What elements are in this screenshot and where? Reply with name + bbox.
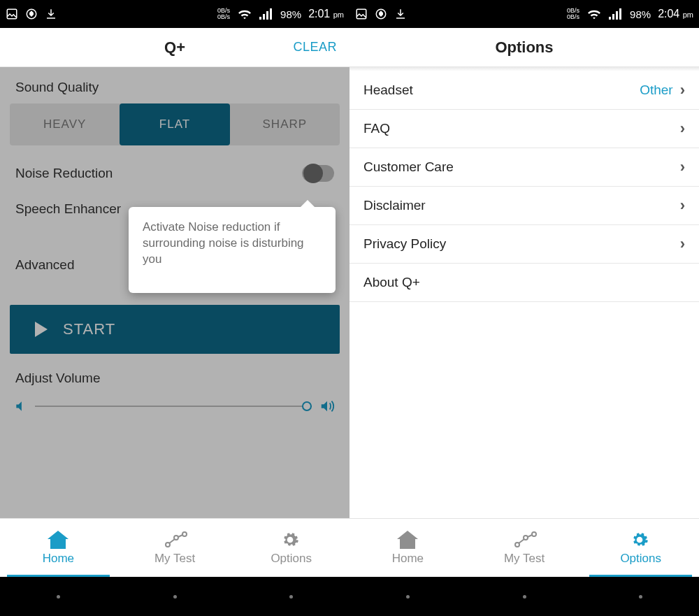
wifi-icon	[586, 8, 602, 20]
chevron-right-icon: ›	[680, 196, 685, 215]
battery-percent: 98%	[630, 8, 651, 20]
option-label: About Q+	[363, 275, 420, 290]
nav-home[interactable]	[117, 577, 233, 616]
right-screen: 0B/s0B/s 98% 2:04 pm Options Headset Oth…	[350, 0, 699, 577]
bottom-tabs-right: Home My Test Options	[350, 518, 699, 577]
option-label: Privacy Policy	[363, 236, 446, 252]
tab-home[interactable]: Home	[350, 519, 466, 577]
mytest-icon	[164, 531, 185, 549]
svg-point-8	[182, 532, 187, 536]
option-about[interactable]: About Q+	[350, 264, 699, 302]
nav-recent[interactable]	[233, 577, 350, 616]
svg-rect-4	[266, 11, 268, 20]
tab-home-label: Home	[43, 552, 74, 566]
tab-options[interactable]: Options	[582, 519, 699, 577]
clock: 2:04 pm	[658, 8, 693, 20]
battery-percent: 98%	[280, 8, 301, 20]
status-bar-right: 0B/s0B/s 98% 2:04 pm	[350, 0, 699, 28]
svg-rect-9	[356, 9, 366, 19]
svg-point-17	[532, 532, 536, 536]
gear-icon	[630, 531, 651, 549]
clear-button[interactable]: CLEAR	[293, 40, 337, 55]
nav-back[interactable]	[350, 577, 466, 616]
svg-rect-12	[612, 14, 614, 20]
svg-rect-3	[263, 14, 265, 20]
chevron-right-icon: ›	[680, 235, 685, 253]
option-label: Customer Care	[363, 159, 454, 175]
image-icon	[6, 8, 18, 20]
tooltip: Activate Noise reduction if surrounding …	[129, 207, 336, 293]
tab-options-label: Options	[271, 552, 312, 566]
appbar-left: Q+ CLEAR	[0, 28, 350, 67]
download-icon	[394, 8, 407, 20]
appbar-title: Options	[495, 38, 553, 57]
data-rate: 0B/s0B/s	[217, 8, 230, 20]
left-screen: 0B/s0B/s 98% 2:01 pm Q+ CLEAR Sound Qual…	[0, 0, 350, 577]
nav-back[interactable]	[0, 577, 117, 616]
data-rate: 0B/s0B/s	[567, 8, 579, 20]
option-faq[interactable]: FAQ ›	[350, 110, 699, 148]
option-label: Headset	[363, 83, 413, 98]
clock: 2:01 pm	[308, 8, 344, 20]
options-list: Headset Other › FAQ › Customer Care › Di…	[350, 71, 699, 518]
download-icon	[45, 8, 57, 20]
android-navbar	[0, 577, 699, 616]
appbar-right: Options	[350, 28, 699, 67]
tab-mytest-label: My Test	[154, 552, 195, 566]
appbar-title: Q+	[164, 38, 185, 57]
tab-home[interactable]: Home	[0, 519, 117, 577]
shield-icon	[375, 8, 387, 20]
wifi-icon	[237, 8, 252, 20]
image-icon	[355, 8, 368, 20]
bottom-tabs-left: Home My Test Options	[0, 518, 350, 577]
shield-icon	[25, 8, 38, 20]
tab-mytest[interactable]: My Test	[117, 519, 233, 577]
nav-recent[interactable]	[582, 577, 699, 616]
chevron-right-icon: ›	[680, 81, 685, 99]
status-bar-left: 0B/s0B/s 98% 2:01 pm	[0, 0, 350, 28]
svg-rect-5	[270, 8, 272, 20]
nav-home[interactable]	[466, 577, 583, 616]
tab-mytest-label: My Test	[504, 552, 545, 566]
option-customer-care[interactable]: Customer Care ›	[350, 148, 699, 187]
svg-rect-2	[259, 17, 261, 20]
home-icon	[397, 531, 418, 549]
option-value: Other	[640, 83, 673, 98]
tab-options-label: Options	[620, 552, 661, 566]
option-disclaimer[interactable]: Disclaimer ›	[350, 187, 699, 225]
mytest-icon	[514, 531, 535, 549]
gear-icon	[281, 531, 302, 549]
chevron-right-icon: ›	[680, 158, 685, 176]
option-privacy-policy[interactable]: Privacy Policy ›	[350, 225, 699, 264]
tab-options[interactable]: Options	[233, 519, 350, 577]
signal-icon	[259, 8, 273, 20]
option-label: FAQ	[363, 121, 390, 136]
signal-icon	[609, 8, 623, 20]
svg-rect-0	[7, 9, 17, 19]
option-label: Disclaimer	[363, 198, 426, 213]
chevron-right-icon: ›	[680, 120, 685, 138]
home-icon	[48, 531, 69, 549]
svg-rect-11	[609, 17, 611, 20]
svg-rect-14	[619, 8, 621, 20]
tab-mytest[interactable]: My Test	[466, 519, 583, 577]
tab-home-label: Home	[392, 552, 424, 566]
svg-rect-13	[616, 11, 618, 20]
option-headset[interactable]: Headset Other ›	[350, 71, 699, 110]
